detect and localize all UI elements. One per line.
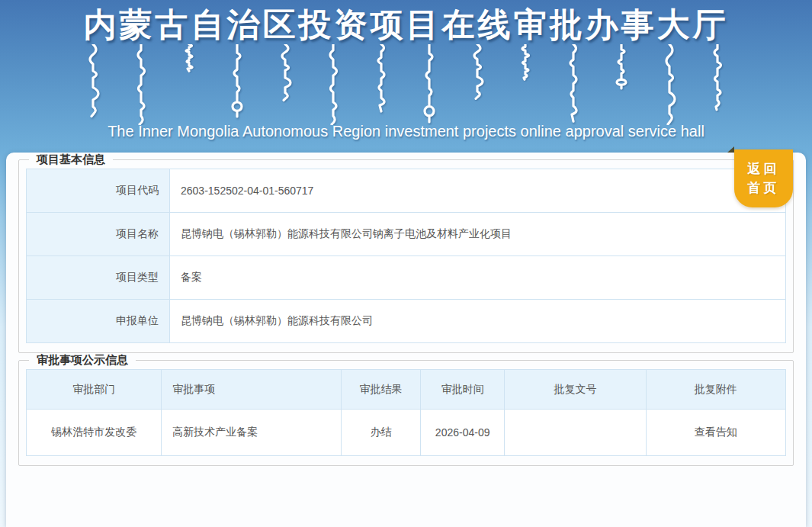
column-header-item: 审批事项 — [162, 370, 342, 410]
table-row: 锡林浩特市发改委 高新技术产业备案 办结 2026-04-09 查看告知 — [27, 410, 786, 456]
field-label-project-name: 项目名称 — [27, 213, 170, 256]
column-header-attachment: 批复附件 — [646, 370, 785, 410]
return-home-label-line1: 返回 — [748, 159, 780, 178]
column-header-department: 审批部门 — [27, 370, 162, 410]
field-value-project-name: 昆博钠电（锡林郭勒）能源科技有限公司钠离子电池及材料产业化项目 — [170, 213, 786, 256]
basic-info-legend: 项目基本信息 — [29, 153, 113, 167]
ribbon-fold-icon — [727, 146, 734, 153]
page-subtitle: The Inner Mongolia Autonomous Region inv… — [0, 123, 812, 140]
site-header: 内蒙古自治区投资项目在线审批办事大厅 — [0, 0, 812, 153]
table-header-row: 审批部门 审批事项 审批结果 审批时间 批复文号 批复附件 — [27, 370, 786, 410]
approval-legend: 审批事项公示信息 — [29, 353, 136, 368]
field-value-declaring-unit: 昆博钠电（锡林郭勒）能源科技有限公司 — [170, 300, 786, 343]
content-panel: 项目基本信息 项目代码 2603-152502-04-01-560717 项目名… — [6, 153, 806, 527]
field-value-project-code: 2603-152502-04-01-560717 — [170, 169, 786, 213]
field-label-project-type: 项目类型 — [27, 256, 170, 300]
table-row: 项目名称 昆博钠电（锡林郭勒）能源科技有限公司钠离子电池及材料产业化项目 — [27, 213, 786, 256]
approval-table: 审批部门 审批事项 审批结果 审批时间 批复文号 批复附件 锡林浩特市发改委 高… — [26, 369, 786, 456]
cell-item: 高新技术产业备案 — [162, 410, 342, 456]
return-home-label-line2: 首页 — [748, 178, 780, 198]
mongolian-script-decoration — [0, 44, 812, 125]
approval-section: 审批事项公示信息 审批部门 审批事项 审批结果 审批时间 批复文号 批复附件 — [18, 353, 794, 466]
view-notice-link[interactable]: 查看告知 — [646, 410, 785, 456]
field-value-project-type: 备案 — [170, 256, 786, 300]
column-header-time: 审批时间 — [420, 370, 505, 410]
table-row: 申报单位 昆博钠电（锡林郭勒）能源科技有限公司 — [27, 300, 786, 343]
basic-info-section: 项目基本信息 项目代码 2603-152502-04-01-560717 项目名… — [18, 153, 794, 353]
column-header-result: 审批结果 — [342, 370, 421, 410]
cell-time: 2026-04-09 — [420, 410, 505, 456]
page-title: 内蒙古自治区投资项目在线审批办事大厅 — [0, 3, 812, 47]
mongolian-script-icon — [0, 44, 812, 125]
basic-info-table: 项目代码 2603-152502-04-01-560717 项目名称 昆博钠电（… — [26, 169, 786, 343]
table-row: 项目代码 2603-152502-04-01-560717 — [27, 169, 786, 213]
cell-doc-number — [505, 410, 646, 456]
page-background: 内蒙古自治区投资项目在线审批办事大厅 — [0, 0, 812, 527]
field-label-project-code: 项目代码 — [27, 169, 170, 213]
return-home-button[interactable]: 返回 首页 — [734, 149, 793, 207]
field-label-declaring-unit: 申报单位 — [27, 300, 170, 343]
table-row: 项目类型 备案 — [27, 256, 786, 300]
cell-department: 锡林浩特市发改委 — [27, 410, 162, 456]
cell-result: 办结 — [342, 410, 421, 456]
column-header-doc-number: 批复文号 — [505, 370, 646, 410]
